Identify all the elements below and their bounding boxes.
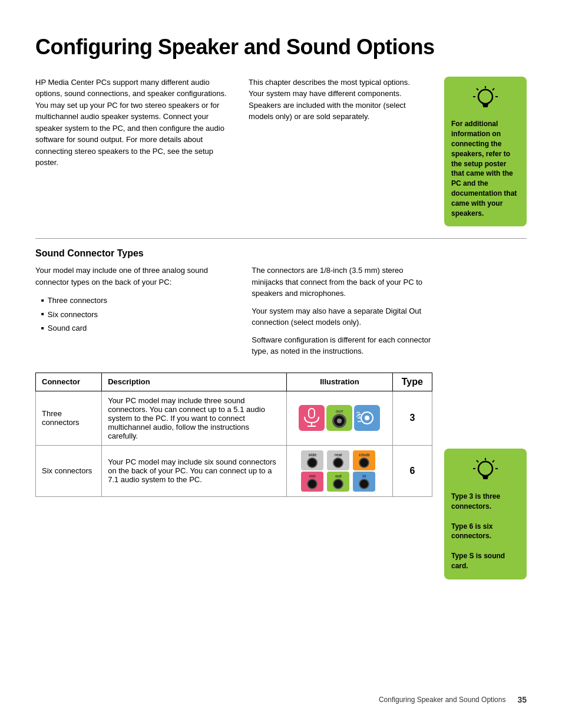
section-left: Your model may include one of three anal… <box>35 265 234 363</box>
lightbulb-icon-1 <box>451 84 520 116</box>
section-right-p1: The connectors are 1/8-inch (3.5 mm) ste… <box>252 265 432 299</box>
page-title: Configuring Speaker and Sound Options <box>35 35 527 59</box>
section-right-p2: Your system may also have a separate Dig… <box>252 305 432 328</box>
footer-text: Configuring Speaker and Sound Options <box>379 696 505 704</box>
table-header-type: Type <box>392 373 432 391</box>
lightbulb-icon-2 <box>451 456 520 488</box>
intro-center: This chapter describes the most typical … <box>249 77 427 123</box>
svg-rect-18 <box>483 477 488 479</box>
svg-line-5 <box>492 88 494 90</box>
conn-small-side: side <box>301 450 323 470</box>
svg-point-16 <box>478 462 492 476</box>
conn-small-csub: c/sub <box>353 450 375 470</box>
row2-type: 6 <box>392 445 432 496</box>
conn-small-out: out <box>327 472 349 492</box>
svg-rect-8 <box>309 409 315 418</box>
svg-line-4 <box>477 88 478 90</box>
intro-right-1: This chapter describes the most typical … <box>249 77 427 100</box>
list-item-1: Three connectors <box>41 294 234 307</box>
list-item-3: Sound card <box>41 321 234 335</box>
tip-box-1: For additional information on connecting… <box>444 77 527 227</box>
section-right-p3: Software configuration is different for … <box>252 334 432 357</box>
conn-label-csub: c/sub <box>359 453 369 457</box>
connector-table: Connector Description Illustration Type … <box>35 373 432 497</box>
svg-rect-17 <box>482 476 488 477</box>
row2-description: Your PC model may include six sound conn… <box>102 445 287 496</box>
conn-label-in: in <box>362 474 366 478</box>
conn-out-label: OUT <box>336 410 343 413</box>
conn-label-side: side <box>308 453 316 457</box>
row1-type: 3 <box>392 391 432 445</box>
connector-type-list: Three connectors Six connectors Sound ca… <box>35 294 234 335</box>
tip-1-text: For additional information on connecting… <box>451 119 520 218</box>
svg-rect-1 <box>482 104 488 106</box>
row2-illustration: side rear c/sub <box>287 445 392 496</box>
intro-left-text: HP Media Center PCs support many differe… <box>35 77 231 169</box>
svg-rect-2 <box>483 106 488 107</box>
conn-label-out: out <box>335 474 342 478</box>
conn-icon-green: OUT <box>326 405 352 431</box>
conn-small-mic: mic <box>301 472 323 492</box>
page-number: 35 <box>517 695 527 704</box>
row2-connector: Six connectors <box>36 445 102 496</box>
table-row: Three connectors Your PC model may inclu… <box>36 391 432 445</box>
tip-2-text: Type 3 is three connectors. Type 6 is si… <box>451 492 520 571</box>
table-header-illustration: Illustration <box>287 373 392 391</box>
svg-line-21 <box>492 460 494 462</box>
section-right: The connectors are 1/8-inch (3.5 mm) ste… <box>252 265 432 363</box>
conn-small-in: in <box>353 472 375 492</box>
conn-icon-blue <box>354 405 380 431</box>
conn-small-rear: rear <box>327 450 349 470</box>
conn-label-mic: mic <box>309 474 316 478</box>
conn-label-rear: rear <box>335 453 342 457</box>
conn-icon-pink <box>299 405 325 431</box>
svg-point-0 <box>478 90 492 104</box>
row1-connector: Three connectors <box>36 391 102 445</box>
table-header-description: Description <box>102 373 287 391</box>
row1-description: Your PC model may include three sound co… <box>102 391 287 445</box>
main-content: Sound Connector Types Your model may inc… <box>35 248 432 497</box>
section-divider <box>35 238 527 239</box>
svg-line-20 <box>477 460 478 462</box>
table-row: Six connectors Your PC model may include… <box>36 445 432 496</box>
section-intro: Your model may include one of three anal… <box>35 265 234 288</box>
table-header-connector: Connector <box>36 373 102 391</box>
svg-point-12 <box>365 416 369 420</box>
tip-box-2: Type 3 is three connectors. Type 6 is si… <box>444 449 527 579</box>
footer: Configuring Speaker and Sound Options 35 <box>0 695 562 704</box>
intro-right-2: Speakers are included with the monitor (… <box>249 100 427 123</box>
row1-illustration: OUT <box>287 391 392 445</box>
list-item-2: Six connectors <box>41 308 234 321</box>
section-title: Sound Connector Types <box>35 248 432 259</box>
